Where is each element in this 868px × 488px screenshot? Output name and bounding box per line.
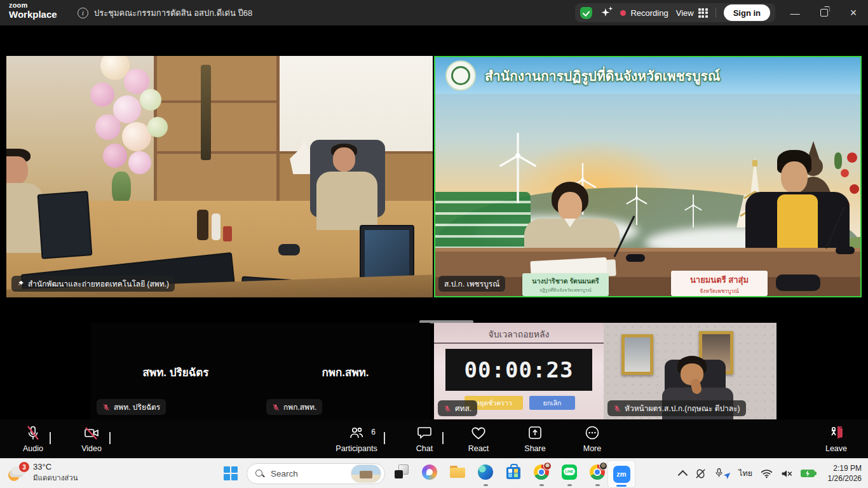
wood-cabinet [154,56,280,207]
windows-taskbar: 3 33°C มีแดดบางส่วน Search LINE [0,458,868,488]
participant-name: กพก.สพท. [283,401,316,413]
participants-options-chevron[interactable] [384,433,385,445]
muted-mic-icon [272,403,280,411]
weather-widget[interactable]: 3 33°C มีแดดบางส่วน [8,462,78,484]
restore-icon [820,9,828,17]
timer-display: 00:00:23 [445,349,592,391]
react-button[interactable]: React [454,424,503,453]
mic-location-indicator[interactable] [715,468,730,479]
zoom-app-button-active[interactable]: zm [607,460,635,488]
video-tile-active-speaker[interactable]: สำนักงานการปฏิรูปที่ดินจังหวัดเพชรบูรณ์ … [434,56,862,297]
woman-face [558,192,582,221]
view-label: View [676,8,694,18]
zoom-meeting-window: zoom Workplace i ประชุมคณะกรรมการตัดสิน … [0,0,868,488]
start-button[interactable] [224,466,239,482]
bottle [197,210,208,240]
running-indicator [539,484,544,486]
video-tile-name-only[interactable]: สพท. ปริยฉัตร สพท. ปริยฉัตร [91,323,261,419]
microphone-base [836,247,855,254]
video-tile-countdown-timer[interactable]: จับเวลาถอยหลัง 00:00:23 หยุดชั่วคราว ยกเ… [434,323,604,419]
file-explorer-button[interactable] [445,464,470,484]
pinned-participant-label: สำนักพัฒนาและถ่ายทอดเทคโนโลยี (สพท.) [11,276,175,292]
chat-button[interactable]: Chat [400,424,449,453]
name-card-left: นางปาริชาด รัตนมนตรี ปฏิรูปที่ดินจังหวัด… [522,273,609,296]
audio-button[interactable]: Audio [6,424,60,453]
muted-camera-icon [83,424,100,441]
video-label: Video [81,444,102,453]
chrome-profile2-button[interactable] [585,464,610,484]
system-tray: ไทย [679,459,815,488]
sign-in-button[interactable]: Sign in [724,4,770,21]
leave-button[interactable]: Leave [808,424,864,453]
task-view-button[interactable] [389,464,414,484]
weather-temp: 33°C [33,462,78,471]
tray-clock[interactable]: 2:19 PM 1/26/2026 [828,463,862,484]
weather-desc: มีแดดบางส่วน [33,472,78,484]
participant-label: กพก.สพท. [266,399,322,415]
titlebar-controls-cluster: Recording View Sign in [575,3,775,22]
weather-icon: 3 [8,464,28,482]
video-tile-meeting-room[interactable]: สำนักพัฒนาและถ่ายทอดเทคโนโลยี (สพท.) [6,56,433,297]
copilot-button[interactable] [417,464,442,484]
store-icon [506,467,520,479]
active-app-indicator [616,485,627,487]
profile-badge [599,462,607,470]
participant-label: ส.ป.ก. เพชรบูรณ์ [438,276,505,292]
video-tile-name-only[interactable]: กพก.สพท. กพก.สพท. [261,323,430,419]
line-app-button[interactable]: LINE [557,464,582,484]
audio-options-chevron[interactable] [50,433,51,445]
recording-indicator[interactable]: Recording [620,8,668,18]
edge-button[interactable] [473,464,498,484]
edge-icon [478,464,493,480]
more-icon [584,424,600,441]
view-button[interactable]: View [676,8,708,18]
chat-options-chevron[interactable] [442,433,444,445]
video-tile-office-person[interactable]: หัวหน้าผตร.ส.ป.ก.(กฤษณะ ดีปาละ) [604,323,776,419]
participants-button[interactable]: 6 Participants [327,424,386,453]
meeting-toolbar: Audio Video 6 Participants Chat React Sh… [0,419,868,458]
muted-mic-icon [444,405,451,412]
volume-muted-icon[interactable] [781,469,792,478]
store-button[interactable] [501,464,526,484]
ai-companion-icon[interactable] [600,6,613,19]
share-button[interactable]: Share [511,424,559,453]
more-button[interactable]: More [568,424,616,453]
chrome-profile1-button[interactable] [529,464,554,484]
muted-mic-icon [25,424,41,441]
man-face [781,161,808,193]
taskbar-search[interactable]: Search [247,463,385,484]
search-daily-image[interactable] [351,464,381,483]
close-button[interactable]: × [839,0,868,25]
display-name: กพก.สพท. [261,363,430,381]
participants-icon [348,424,365,441]
battery-charging-icon[interactable] [801,470,815,477]
language-indicator[interactable]: ไทย [738,467,752,480]
security-shield-icon[interactable] [580,7,592,19]
heart-icon [470,424,487,441]
title-bar: zoom Workplace i ประชุมคณะกรรมการตัดสิน … [0,0,868,25]
window-controls: — × [780,0,868,25]
task-view-icon [395,464,409,478]
running-indicator [567,484,572,486]
person-uniform [316,172,377,230]
participants-count-badge: 6 [371,428,376,437]
zoom-app-icon: zm [613,466,630,483]
video-options-chevron[interactable] [109,433,111,445]
wifi-icon[interactable] [761,469,773,478]
name-card-right-name: นายมนตรี สาสุ่ม [671,273,768,287]
view-grid-icon [698,8,708,18]
timer-cancel-button[interactable]: ยกเลิก [529,396,575,410]
logo-line-workplace: Workplace [9,10,57,19]
display-name: สพท. ปริยฉัตร [91,363,261,381]
hidden-icons-chevron[interactable] [678,470,688,480]
agency-seal [445,60,476,91]
search-icon [255,470,264,478]
name-card-left-name: นางปาริชาด รัตนมนตรี [522,276,609,287]
mouse-disabled-icon[interactable] [695,468,707,480]
participant-name: ศทส. [455,402,471,414]
leave-label: Leave [825,444,847,453]
minimize-button[interactable]: — [780,0,810,25]
restore-button[interactable] [810,0,839,25]
info-icon[interactable]: i [78,8,88,18]
participant-name: สพท. ปริยฉัตร [114,401,160,413]
